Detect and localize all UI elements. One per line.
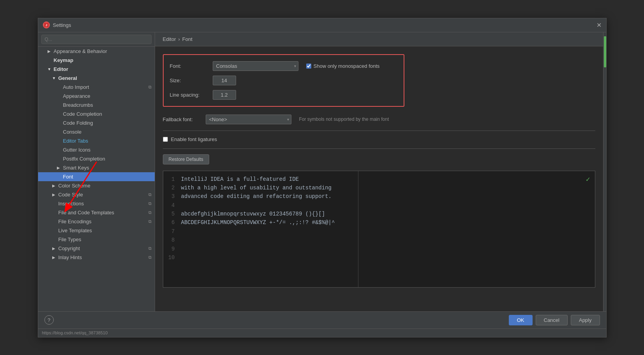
sidebar-item-label: Auto Import <box>63 84 89 90</box>
line-spacing-row: Line spacing: <box>170 90 397 100</box>
font-select[interactable]: Consolas <box>213 61 298 71</box>
line-number: 3 <box>167 192 175 201</box>
sidebar-item-color-scheme[interactable]: ▶ Color Scheme <box>38 181 155 190</box>
sidebar-item-smart-keys[interactable]: ▶ Smart Keys <box>38 163 155 172</box>
close-button[interactable]: ✕ <box>596 21 602 29</box>
spacer-icon <box>57 139 62 143</box>
sidebar-item-postfix-completion[interactable]: Postfix Completion <box>38 154 155 163</box>
sidebar-item-live-templates[interactable]: Live Templates <box>38 226 155 235</box>
sidebar-item-file-types[interactable]: File Types <box>38 235 155 244</box>
sidebar: ▶ Appearance & Behavior Keymap ▼ Editor … <box>38 32 155 311</box>
font-label: Font: <box>170 63 209 69</box>
line-number: 6 <box>167 218 175 227</box>
preview-divider <box>358 171 358 287</box>
font-settings-box: Font: Consolas ▾ Show only monospaced fo… <box>163 54 404 107</box>
breadcrumb-editor: Editor <box>163 36 176 42</box>
sidebar-item-general[interactable]: ▼ General <box>38 74 155 83</box>
sidebar-item-label: Code Completion <box>63 111 102 117</box>
sidebar-item-file-code-templates[interactable]: File and Code Templates ⧉ <box>38 208 155 217</box>
font-select-wrapper: Consolas ▾ <box>213 61 298 71</box>
status-bar: https://blog.csdn.net/qq_38738510 <box>38 329 606 337</box>
copy-icon: ⧉ <box>148 219 152 224</box>
sidebar-item-editor[interactable]: ▼ Editor <box>38 65 155 74</box>
fallback-font-row: Fallback font: <None> ▾ For symbols not … <box>163 115 595 124</box>
spacer-icon <box>57 112 62 116</box>
breadcrumb-font: Font <box>182 36 192 42</box>
sidebar-item-auto-import[interactable]: Auto Import ⧉ <box>38 83 155 92</box>
apply-button[interactable]: Apply <box>571 315 600 325</box>
ligatures-label: Enable font ligatures <box>171 136 217 142</box>
sidebar-item-label: Inlay Hints <box>58 254 82 260</box>
copy-icon: ⧉ <box>148 246 152 251</box>
search-input[interactable] <box>41 35 152 44</box>
preview-line-3: 3 advanced code editing and refactoring … <box>167 192 591 201</box>
show-monospaced-wrapper: Show only monospaced fonts <box>306 63 380 69</box>
preview-line-8: 8 <box>167 236 591 244</box>
sidebar-item-code-style[interactable]: ▶ Code Style ⧉ <box>38 190 155 199</box>
line-number: 4 <box>167 201 175 210</box>
sidebar-item-editor-tabs[interactable]: Editor Tabs <box>38 136 155 145</box>
spacer-icon <box>57 121 62 125</box>
fallback-font-select[interactable]: <None> <box>206 115 291 124</box>
line-content: advanced code editing and refactoring su… <box>181 192 332 201</box>
sidebar-item-appearance[interactable]: Appearance <box>38 92 155 101</box>
sidebar-item-keymap[interactable]: Keymap <box>38 56 155 65</box>
sidebar-item-label: Appearance <box>63 93 90 99</box>
copy-icon: ⧉ <box>148 85 152 90</box>
size-row: Size: <box>170 76 397 85</box>
sidebar-item-console[interactable]: Console <box>38 127 155 136</box>
sidebar-item-inlay-hints[interactable]: ▶ Inlay Hints ⧉ <box>38 253 155 262</box>
line-number: 5 <box>167 210 175 218</box>
spacer-icon <box>57 175 62 179</box>
spacer-icon <box>52 219 57 224</box>
sidebar-item-label: Keymap <box>54 57 74 63</box>
font-row: Font: Consolas ▾ Show only monospaced fo… <box>170 61 397 71</box>
size-input[interactable] <box>213 76 236 85</box>
expand-arrow-icon: ▶ <box>52 246 57 251</box>
sidebar-item-appearance-behavior[interactable]: ▶ Appearance & Behavior <box>38 47 155 56</box>
preview-line-9: 9 <box>167 245 591 253</box>
preview-line-6: 6 ABCDEFGHIJKLMNOPQRSTUVWXYZ +-*/= .,;:!… <box>167 218 591 227</box>
sidebar-item-code-completion[interactable]: Code Completion <box>38 110 155 118</box>
bottom-bar-left: ? <box>44 315 54 325</box>
sidebar-item-gutter-icons[interactable]: Gutter Icons <box>38 145 155 154</box>
preview-line-5: 5 abcdefghijklmnopqrstuvwxyz 0123456789 … <box>167 210 591 218</box>
sidebar-item-label: Postfix Completion <box>63 156 105 162</box>
line-spacing-input[interactable] <box>213 90 236 100</box>
cancel-button[interactable]: Cancel <box>536 315 568 325</box>
sidebar-item-label: Color Scheme <box>58 183 90 189</box>
scrollbar-track[interactable] <box>603 32 606 311</box>
line-content: abcdefghijklmnopqrstuvwxyz 0123456789 ()… <box>181 210 325 218</box>
line-content: with a high level of usability and outst… <box>181 184 332 192</box>
sidebar-item-code-folding[interactable]: Code Folding <box>38 118 155 127</box>
restore-defaults-button[interactable]: Restore Defaults <box>163 154 209 164</box>
sidebar-item-breadcrumbs[interactable]: Breadcrumbs <box>38 101 155 110</box>
expand-arrow-icon: ▶ <box>52 193 57 197</box>
sidebar-item-label: File and Code Templates <box>58 210 115 215</box>
show-monospaced-checkbox[interactable] <box>306 64 311 69</box>
help-button[interactable]: ? <box>44 315 54 325</box>
preview-area: ✓ 1 IntelliJ IDEA is a full-featured IDE… <box>163 171 595 288</box>
sidebar-item-label: Appearance & Behavior <box>54 48 107 54</box>
window-title: Settings <box>53 22 71 28</box>
sidebar-item-label: Font <box>63 174 73 180</box>
sidebar-item-font[interactable]: Font <box>38 172 155 181</box>
expand-arrow-icon: ▶ <box>57 166 62 170</box>
sidebar-item-label: File Types <box>58 237 81 242</box>
sidebar-item-copyright[interactable]: ▶ Copyright ⧉ <box>38 244 155 253</box>
app-icon: J <box>43 21 50 28</box>
line-number: 10 <box>167 253 175 262</box>
status-url: https://blog.csdn.net/qq_38738510 <box>42 330 108 335</box>
sidebar-item-label: Inspections <box>58 201 84 207</box>
spacer-icon <box>52 201 57 206</box>
sidebar-item-file-encodings[interactable]: File Encodings ⧉ <box>38 217 155 226</box>
spacer-icon <box>48 58 52 62</box>
sidebar-item-inspections[interactable]: Inspections ⧉ <box>38 199 155 208</box>
separator2 <box>163 148 595 149</box>
ok-button[interactable]: OK <box>509 315 533 325</box>
sidebar-item-label: Console <box>63 129 82 135</box>
preview-line-4: 4 <box>167 201 591 210</box>
title-bar-left: J Settings <box>43 21 71 28</box>
ligatures-checkbox[interactable] <box>163 137 168 142</box>
checkmark-icon: ✓ <box>586 174 590 185</box>
